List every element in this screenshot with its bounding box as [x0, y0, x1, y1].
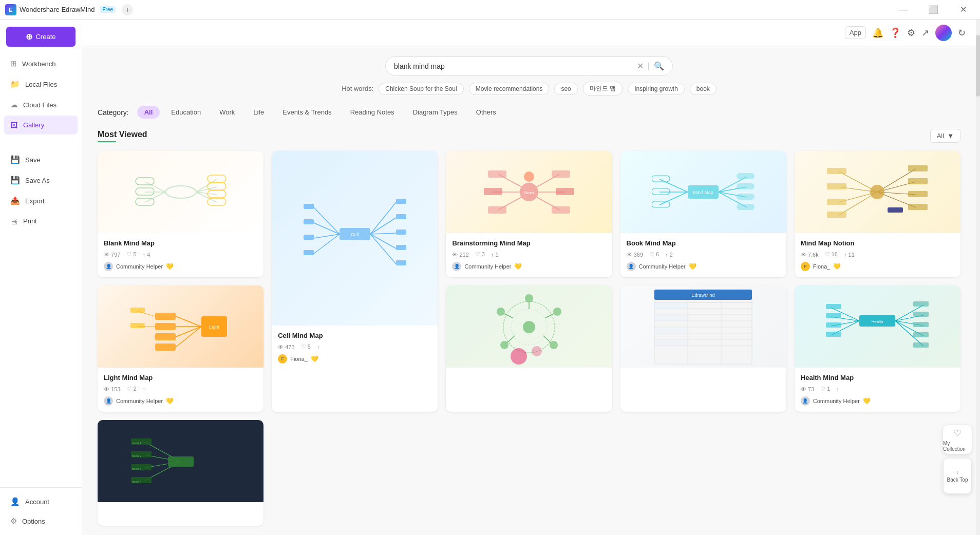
sidebar-item-print[interactable]: 🖨 Print: [4, 212, 78, 231]
sidebar-item-gallery[interactable]: 🖼 Gallery: [4, 116, 78, 135]
sidebar-item-save-as[interactable]: 💾 Save As: [4, 170, 78, 190]
sidebar-label-cloud-files: Cloud Files: [23, 101, 56, 109]
plus-icon: ⊕: [26, 32, 32, 42]
svg-point-106: [525, 294, 533, 302]
cat-tab-diagram-types[interactable]: Diagram Types: [406, 106, 465, 119]
card-thumb-notion: [795, 151, 960, 233]
svg-line-5: [196, 187, 217, 192]
cat-tab-life[interactable]: Life: [246, 106, 271, 119]
filter-label: All: [937, 132, 944, 140]
refresh-icon[interactable]: ↻: [958, 27, 966, 39]
svg-line-3: [145, 192, 165, 202]
card-health-mind-map[interactable]: Health: [795, 285, 960, 412]
help-icon[interactable]: ❓: [890, 27, 901, 39]
hot-tag-seo[interactable]: seo: [554, 83, 577, 95]
card-author-notion: F Fiona_ 💛: [801, 262, 954, 271]
new-tab-button[interactable]: +: [122, 4, 133, 15]
share-icon[interactable]: ↗: [921, 27, 929, 39]
card-circular[interactable]: [446, 285, 612, 412]
svg-rect-143: [826, 322, 841, 328]
top-bar: App 🔔 ❓ ⚙ ↗ ↻: [82, 20, 976, 46]
svg-line-24: [370, 234, 396, 249]
cat-tab-work[interactable]: Work: [212, 106, 242, 119]
hot-tag-movie[interactable]: Movie recommendations: [469, 83, 550, 95]
svg-rect-75: [827, 168, 846, 174]
hot-tag-book[interactable]: book: [690, 83, 717, 95]
sidebar-item-options[interactable]: ⚙ Options: [4, 511, 78, 531]
sidebar-item-cloud-files[interactable]: ☁ Cloud Files: [4, 95, 78, 114]
svg-rect-126: [654, 302, 688, 309]
cat-tab-others[interactable]: Others: [469, 106, 503, 119]
cat-tab-education[interactable]: Education: [164, 106, 208, 119]
svg-line-103: [543, 336, 551, 342]
search-input[interactable]: [394, 62, 633, 70]
search-clear-icon[interactable]: ✕: [637, 61, 644, 71]
close-button[interactable]: ✕: [951, 0, 975, 20]
svg-line-54: [659, 192, 688, 205]
card-author-light: 👤 Community Helper 💛: [104, 396, 257, 406]
svg-rect-59: [652, 176, 670, 182]
hot-tag-inspiring[interactable]: Inspiring growth: [628, 83, 685, 95]
hot-tag-korean[interactable]: 마인드 맵: [583, 82, 623, 95]
my-collection-button[interactable]: ♡ My Collection: [943, 425, 972, 454]
sidebar-item-export[interactable]: 📤 Export: [4, 191, 78, 211]
svg-rect-76: [827, 183, 846, 189]
notification-icon[interactable]: 🔔: [872, 27, 883, 39]
scrollbar-thumb[interactable]: [976, 35, 980, 97]
sidebar-item-account[interactable]: 👤 Account: [4, 492, 78, 511]
sidebar-item-local-files[interactable]: 📁 Local Files: [4, 74, 78, 94]
cat-tab-reading-notes[interactable]: Reading Notes: [343, 106, 402, 119]
card-body-light: Light Mind Map 👁 153 ♡ 2 ↑ 👤 Community H…: [98, 368, 263, 412]
svg-rect-93: [155, 343, 176, 351]
card-dark[interactable]: node 1 node 2 node 3 node 4: [98, 420, 263, 526]
card-cell-mind-map[interactable]: Cell: [272, 151, 438, 412]
card-thumb-brainstorming: Brain: [446, 151, 612, 233]
sidebar-item-workbench[interactable]: ⊞ Workbench: [4, 54, 78, 73]
svg-line-52: [659, 179, 688, 192]
maximize-button[interactable]: ⬜: [921, 0, 945, 20]
card-thumb-health: Health: [795, 285, 960, 368]
svg-point-110: [497, 308, 505, 316]
minimize-button[interactable]: —: [892, 0, 915, 20]
hot-words-label: Hot words:: [342, 85, 373, 92]
cat-tab-events[interactable]: Events & Trends: [275, 106, 338, 119]
create-button[interactable]: ⊕ Create: [6, 27, 76, 47]
card-edrawmind-table[interactable]: EdrawMind: [620, 285, 786, 412]
svg-text:Light: Light: [209, 324, 219, 330]
svg-text:node 1: node 1: [132, 442, 142, 445]
sidebar-label-workbench: Workbench: [22, 60, 56, 68]
card-title-brainstorming: Brainstorming Mind Map: [452, 239, 606, 247]
workbench-icon: ⊞: [10, 59, 17, 68]
app-button[interactable]: App: [845, 26, 866, 39]
views-stat-cell: 👁 473: [278, 344, 294, 350]
search-submit-icon[interactable]: 🔍: [654, 61, 664, 71]
floating-panel: ♡ My Collection ↑ Back Top: [943, 425, 972, 494]
vertical-scrollbar[interactable]: [976, 20, 980, 535]
card-book-mind-map[interactable]: Mind Map: [620, 151, 786, 277]
card-brainstorming[interactable]: Brain: [446, 151, 612, 277]
svg-rect-142: [826, 313, 841, 318]
sidebar: ⊕ Create ⊞ Workbench 📁 Local Files ☁ Clo…: [0, 20, 82, 535]
card-body-dark: [98, 502, 263, 526]
back-to-top-button[interactable]: ↑ Back Top: [943, 458, 972, 494]
card-light-mind-map[interactable]: Light: [98, 285, 263, 412]
sidebar-item-save[interactable]: 💾 Save: [4, 150, 78, 169]
section-filter[interactable]: All ▼: [930, 129, 960, 143]
settings-icon[interactable]: ⚙: [907, 27, 915, 39]
search-area: ✕ | 🔍 Hot words: Chicken Soup for the So…: [98, 56, 960, 95]
search-bar: ✕ | 🔍: [385, 56, 673, 75]
cat-tab-all[interactable]: All: [137, 106, 160, 119]
svg-line-23: [370, 233, 396, 234]
svg-rect-45: [488, 206, 506, 214]
svg-rect-34: [396, 260, 406, 265]
card-mind-map-notion[interactable]: Mind Map Notion 👁 7.6k ♡ 16 ↑ 11 F Fiona…: [795, 151, 960, 277]
svg-rect-91: [155, 323, 176, 330]
svg-rect-29: [304, 250, 314, 255]
svg-rect-80: [908, 178, 928, 184]
hot-tag-chicken-soup[interactable]: Chicken Soup for the Soul: [379, 83, 463, 95]
avatar[interactable]: [935, 25, 952, 41]
card-blank-mind-map[interactable]: Blank Mind Map 👁 797 ♡ 5 ↑ 4 👤 Community…: [98, 151, 263, 277]
svg-text:node 3: node 3: [132, 467, 142, 470]
svg-point-109: [500, 341, 508, 349]
svg-rect-129: [654, 339, 688, 346]
